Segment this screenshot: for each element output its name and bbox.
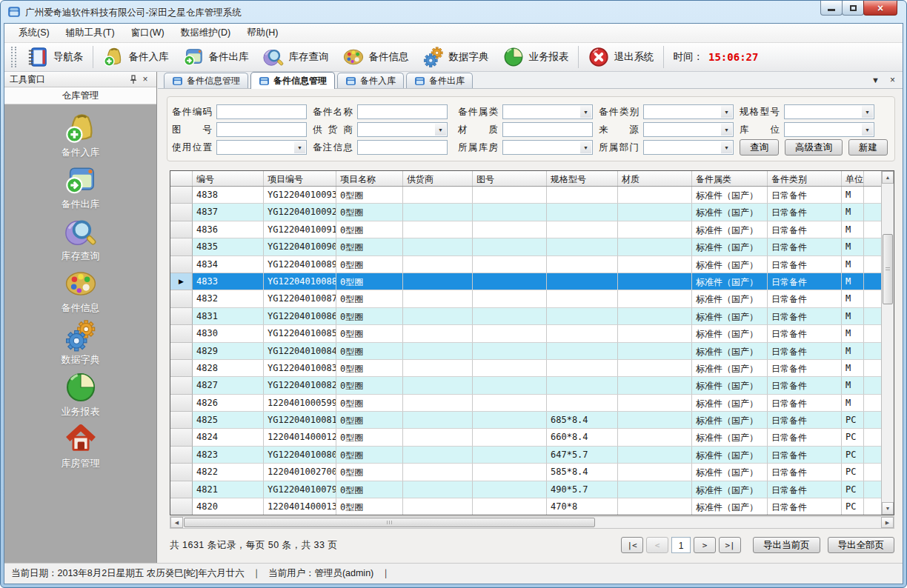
row-selector[interactable] xyxy=(170,429,193,446)
table-row[interactable]: 4825YG122040100810型圈685*8.4标准件（国产）日常备件PC xyxy=(170,412,894,429)
row-selector[interactable] xyxy=(170,447,193,464)
toolbar-stock-in[interactable]: 备件入库 xyxy=(96,46,176,68)
material-input[interactable] xyxy=(502,122,593,137)
horizontal-scrollbar[interactable]: ◀ ▶ xyxy=(170,516,894,529)
location-select[interactable]: ▼ xyxy=(784,122,874,137)
toolbar-business-report[interactable]: 业务报表 xyxy=(496,46,576,68)
toolbar-parts-info[interactable]: 备件信息 xyxy=(336,46,416,68)
table-row[interactable]: 4823YG122040100800型圈647*5.7标准件（国产）日常备件PC xyxy=(170,447,894,464)
row-selector[interactable] xyxy=(170,238,193,255)
spec-select[interactable]: ▼ xyxy=(784,104,874,119)
warehouse-group-header[interactable]: 仓库管理 xyxy=(4,87,156,104)
scroll-left-icon[interactable]: ◀ xyxy=(170,517,183,528)
row-selector[interactable] xyxy=(170,290,193,307)
figure-no-input[interactable] xyxy=(216,122,307,137)
table-row[interactable]: 4827YG122040100820型圈标准件（国产）日常备件M xyxy=(170,377,894,394)
table-row[interactable]: 4831YG122040100860型圈标准件（国产）日常备件M xyxy=(170,308,894,325)
header-attr-class[interactable]: 备件属类 xyxy=(692,171,768,186)
sidebar-item-inventory-query[interactable]: 库存查询 xyxy=(4,215,156,267)
toolbar-drag-handle[interactable] xyxy=(11,47,16,67)
vertical-scrollbar[interactable]: ▲ ▼ xyxy=(881,171,894,515)
row-selector[interactable] xyxy=(170,360,193,377)
page-number-input[interactable]: 1 xyxy=(671,537,691,553)
table-row[interactable]: 4836YG122040100910型圈标准件（国产）日常备件M xyxy=(170,221,894,238)
prev-page-button[interactable]: < xyxy=(646,537,668,553)
table-row[interactable]: 4821YG122040100790型圈490*5.7标准件（国产）日常备件PC xyxy=(170,481,894,498)
warehouse-select[interactable]: ▼ xyxy=(502,140,593,155)
vertical-scrollbar-thumb[interactable] xyxy=(883,234,893,304)
usage-position-select[interactable]: ▼ xyxy=(216,140,307,155)
parts-name-input[interactable] xyxy=(357,104,448,119)
header-id[interactable]: 编号 xyxy=(193,171,264,186)
new-button[interactable]: 新建 xyxy=(848,139,888,156)
scroll-down-icon[interactable]: ▼ xyxy=(882,502,894,515)
department-select[interactable]: ▼ xyxy=(643,140,734,155)
maximize-button[interactable] xyxy=(842,1,864,16)
first-page-button[interactable]: |< xyxy=(621,537,643,553)
tab-stock-in[interactable]: 备件入库 xyxy=(337,73,404,88)
next-page-button[interactable]: > xyxy=(694,537,716,553)
header-spec[interactable]: 规格型号 xyxy=(547,171,618,186)
sidebar-item-business-report[interactable]: 业务报表 xyxy=(4,370,156,422)
row-selector[interactable] xyxy=(170,256,193,273)
export-current-page-button[interactable]: 导出当前页 xyxy=(753,537,820,553)
header-material[interactable]: 材质 xyxy=(618,171,692,186)
table-row[interactable]: 482012204014000130型圈470*8标准件（国产）日常备件PC xyxy=(170,498,894,515)
pin-button[interactable] xyxy=(127,74,139,85)
table-row[interactable]: 4834YG122040100890型圈标准件（国产）日常备件M xyxy=(170,256,894,273)
sidebar-item-data-dictionary[interactable]: 数据字典 xyxy=(4,318,156,370)
menu-window[interactable]: 窗口(W) xyxy=(123,23,173,43)
scroll-right-icon[interactable]: ▶ xyxy=(881,517,894,528)
sidebar-item-parts-info[interactable]: 备件信息 xyxy=(4,267,156,318)
tool-window-close-button[interactable]: × xyxy=(139,74,151,85)
table-row[interactable]: 4830YG122040100850型圈标准件（国产）日常备件M xyxy=(170,325,894,342)
scroll-up-icon[interactable]: ▲ xyxy=(882,171,894,184)
attr-class-select[interactable]: ▼ xyxy=(502,104,593,119)
tab-parts-info-management-2[interactable]: 备件信息管理 xyxy=(250,72,335,89)
table-row[interactable]: 4832YG122040100870型圈标准件（国产）日常备件M xyxy=(170,290,894,307)
sidebar-item-stock-in[interactable]: 备件入库 xyxy=(4,111,156,163)
row-selector[interactable] xyxy=(170,412,193,429)
header-figure-no[interactable]: 图号 xyxy=(473,171,547,186)
supplier-select[interactable]: ▼ xyxy=(357,122,448,137)
advanced-query-button[interactable]: 高级查询 xyxy=(785,139,843,156)
table-row[interactable]: 4837YG122040100920型圈标准件（国产）日常备件M xyxy=(170,204,894,221)
toolbar-inventory-query[interactable]: 库存查询 xyxy=(256,46,336,68)
table-row[interactable]: ▶4833YG122040100880型圈标准件（国产）日常备件M xyxy=(170,273,894,290)
header-category[interactable]: 备件类别 xyxy=(768,171,842,186)
parts-code-input[interactable] xyxy=(216,104,307,119)
menu-aux-tools[interactable]: 辅助工具(T) xyxy=(58,23,123,43)
table-row[interactable]: 4829YG122040100840型圈标准件（国产）日常备件M xyxy=(170,343,894,360)
row-selector[interactable] xyxy=(170,187,193,204)
row-selector[interactable] xyxy=(170,395,193,412)
row-selector[interactable] xyxy=(170,377,193,394)
row-selector[interactable]: ▶ xyxy=(170,273,193,290)
last-page-button[interactable]: >| xyxy=(719,537,741,553)
sidebar-item-warehouse-management[interactable]: 库房管理 xyxy=(4,422,156,474)
menu-data-maintenance[interactable]: 数据维护(D) xyxy=(173,23,239,43)
toolbar-data-dictionary[interactable]: 数据字典 xyxy=(416,46,496,68)
toolbar-navigator[interactable]: 导航条 xyxy=(20,46,90,68)
row-selector[interactable] xyxy=(170,325,193,342)
horizontal-scrollbar-thumb[interactable] xyxy=(184,518,595,527)
source-select[interactable]: ▼ xyxy=(643,122,734,137)
table-row[interactable]: 4838YG122040100930型圈标准件（国产）日常备件M xyxy=(170,187,894,204)
row-selector[interactable] xyxy=(170,498,193,515)
tab-parts-info-management-1[interactable]: 备件信息管理 xyxy=(164,73,248,88)
tab-list-dropdown-icon[interactable]: ▼ xyxy=(871,76,880,84)
tab-close-icon[interactable]: × xyxy=(890,75,895,85)
table-row[interactable]: 4828YG122040100830型圈标准件（国产）日常备件M xyxy=(170,360,894,377)
row-selector[interactable] xyxy=(170,308,193,325)
row-selector[interactable] xyxy=(170,204,193,221)
row-selector[interactable] xyxy=(170,343,193,360)
category-select[interactable]: ▼ xyxy=(643,104,734,119)
tab-stock-out[interactable]: 备件出库 xyxy=(406,73,473,88)
sidebar-item-stock-out[interactable]: 备件出库 xyxy=(4,163,156,215)
minimize-button[interactable] xyxy=(820,1,843,16)
table-row[interactable]: 482612204010005990型圈标准件（国产）日常备件M xyxy=(170,395,894,412)
header-project-no[interactable]: 项目编号 xyxy=(264,171,336,186)
row-selector[interactable] xyxy=(170,481,193,498)
export-all-pages-button[interactable]: 导出全部页 xyxy=(828,537,895,553)
row-selector[interactable] xyxy=(170,221,193,238)
row-selector[interactable] xyxy=(170,464,193,481)
